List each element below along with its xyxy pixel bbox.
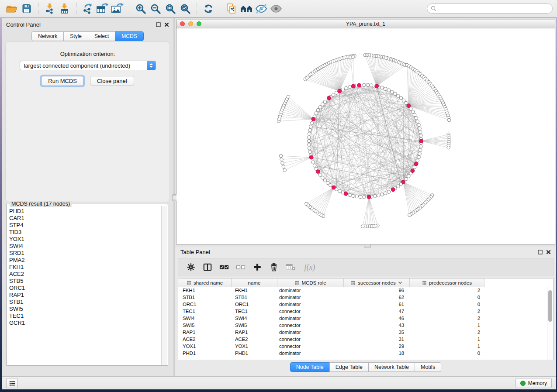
mcds-result-item[interactable]: GCR1 <box>9 320 161 327</box>
graph-node[interactable] <box>407 175 410 178</box>
graph-node[interactable] <box>323 179 326 182</box>
graph-node[interactable] <box>377 194 380 197</box>
graph-node[interactable] <box>308 132 311 135</box>
graph-node[interactable] <box>418 152 421 155</box>
table-row[interactable]: ORC1ORC1dominator610 <box>178 301 547 308</box>
cell-name[interactable]: ORC1 <box>232 302 277 307</box>
network-canvas[interactable] <box>176 28 555 244</box>
table-row[interactable]: TEC1TEC1connector472 <box>178 308 547 315</box>
graph-node-mcds[interactable] <box>367 195 371 199</box>
save-button[interactable] <box>19 2 34 15</box>
graph-node-mcds[interactable] <box>357 83 361 87</box>
graph-node[interactable] <box>417 155 420 158</box>
cell-shared-name[interactable]: ACE2 <box>178 337 232 342</box>
graph-node[interactable] <box>283 168 286 172</box>
cell-mcds-role[interactable]: dominator <box>277 302 344 307</box>
graph-node[interactable] <box>318 106 322 109</box>
memory-button[interactable]: Memory <box>515 378 552 388</box>
graph-node[interactable] <box>279 154 282 157</box>
mcds-result-item[interactable]: SWI5 <box>9 306 161 313</box>
cell-mcds-role[interactable]: connector <box>277 309 344 314</box>
add-row-button[interactable] <box>251 261 264 274</box>
cell-mcds-role[interactable]: connector <box>277 344 344 349</box>
graph-node[interactable] <box>321 176 324 179</box>
zoom-in-button[interactable] <box>133 2 148 15</box>
cell-shared-name[interactable]: TEC1 <box>178 309 232 314</box>
tab-edge-table[interactable]: Edge Table <box>329 362 369 372</box>
graph-node[interactable] <box>282 165 285 168</box>
tab-node-table[interactable]: Node Table <box>290 362 330 372</box>
graph-node[interactable] <box>448 118 451 121</box>
graph-node[interactable] <box>363 196 366 199</box>
cell-shared-name[interactable]: STB1 <box>178 295 232 300</box>
graph-node[interactable] <box>419 148 422 151</box>
mcds-result-item[interactable]: SRD1 <box>9 250 161 257</box>
graph-node[interactable] <box>387 190 390 193</box>
clone-network-button[interactable] <box>224 2 239 15</box>
graph-node[interactable] <box>408 213 411 217</box>
graph-node[interactable] <box>419 134 422 137</box>
cell-predecessor-nodes[interactable]: 2 <box>410 330 484 335</box>
cell-shared-name[interactable]: RAP1 <box>178 330 232 335</box>
cell-shared-name[interactable]: YOX1 <box>178 344 232 349</box>
refresh-button[interactable] <box>201 2 216 15</box>
cell-successor-nodes[interactable]: 18 <box>344 351 410 356</box>
graph-node[interactable] <box>418 127 421 130</box>
float-panel-icon[interactable] <box>156 22 161 27</box>
first-neighbors-button[interactable] <box>239 2 254 15</box>
graph-node-mcds[interactable] <box>327 96 331 100</box>
graph-node[interactable] <box>307 139 310 142</box>
graph-node[interactable] <box>363 83 366 86</box>
graph-node[interactable] <box>317 109 320 112</box>
cell-mcds-role[interactable]: connector <box>277 323 344 328</box>
cell-shared-name[interactable]: FKH1 <box>178 288 232 293</box>
mcds-result-item[interactable]: RAP1 <box>9 292 161 299</box>
graph-node-mcds[interactable] <box>338 89 342 93</box>
column-header-MCDS-role[interactable]: MCDS role <box>277 279 344 287</box>
criterion-dropdown[interactable]: largest connected component (undirected) <box>20 61 156 70</box>
graph-node[interactable] <box>309 125 312 128</box>
table-scrollbar-thumb[interactable] <box>548 290 552 322</box>
mcds-result-item[interactable]: STB5 <box>9 278 161 285</box>
cell-successor-nodes[interactable]: 43 <box>344 323 410 328</box>
export-table-button[interactable] <box>95 2 110 15</box>
graph-node[interactable] <box>308 129 311 132</box>
graph-node[interactable] <box>315 112 318 115</box>
graph-node[interactable] <box>345 86 348 89</box>
cell-predecessor-nodes[interactable]: 2 <box>410 288 484 293</box>
graph-node[interactable] <box>308 147 311 150</box>
select-all-button[interactable] <box>218 261 231 274</box>
graph-node[interactable] <box>341 88 344 91</box>
graph-node-mcds[interactable] <box>419 139 423 143</box>
tab-select[interactable]: Select <box>88 31 115 41</box>
cell-successor-nodes[interactable]: 96 <box>344 288 410 293</box>
graph-node[interactable] <box>413 113 416 116</box>
window-close-button[interactable] <box>180 21 185 26</box>
cell-predecessor-nodes[interactable]: 2 <box>410 316 484 321</box>
graph-node-mcds[interactable] <box>309 155 313 159</box>
cell-shared-name[interactable]: SWI4 <box>178 316 232 321</box>
table-row[interactable]: ACE2ACE2connector311 <box>178 336 547 343</box>
mcds-result-item[interactable]: STB1 <box>9 299 161 306</box>
mcds-result-item[interactable]: FKH1 <box>9 264 161 271</box>
graph-node[interactable] <box>394 92 397 95</box>
cell-successor-nodes[interactable]: 47 <box>344 309 410 314</box>
cell-predecessor-nodes[interactable]: 0 <box>410 302 484 307</box>
graph-node[interactable] <box>321 103 324 106</box>
cell-mcds-role[interactable]: dominator <box>277 295 344 300</box>
graph-node[interactable] <box>447 146 450 149</box>
graph-node[interactable] <box>308 136 311 139</box>
graph-node[interactable] <box>361 225 364 228</box>
vertical-splitter[interactable] <box>173 18 175 376</box>
mcds-result-item[interactable]: PMA2 <box>9 257 161 264</box>
graph-node[interactable] <box>352 55 355 58</box>
task-history-button[interactable] <box>6 378 18 388</box>
import-network-button[interactable] <box>42 2 57 15</box>
graph-node[interactable] <box>397 94 400 97</box>
cell-name[interactable]: ACE2 <box>232 337 277 342</box>
cell-predecessor-nodes[interactable]: 2 <box>410 309 484 314</box>
cell-mcds-role[interactable]: dominator <box>277 316 344 321</box>
graph-node-mcds[interactable] <box>332 186 336 189</box>
mcds-result-item[interactable]: CAR1 <box>9 215 161 222</box>
cell-name[interactable]: STB1 <box>232 295 277 300</box>
